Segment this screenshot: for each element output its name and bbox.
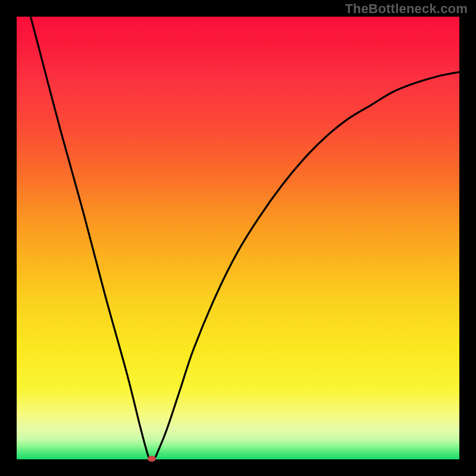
bottleneck-curve-path bbox=[17, 17, 459, 459]
chart-frame: TheBottleneck.com bbox=[0, 0, 476, 476]
plot-area bbox=[17, 17, 459, 459]
curve-svg bbox=[17, 17, 459, 459]
watermark-text: TheBottleneck.com bbox=[345, 1, 468, 17]
min-marker bbox=[148, 456, 156, 462]
